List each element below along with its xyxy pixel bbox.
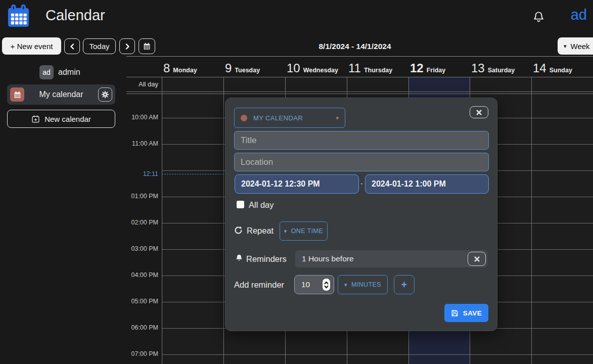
reminder-unit-select[interactable]: ▾ MINUTES	[338, 275, 388, 294]
close-icon	[474, 256, 480, 262]
reminder-item: 1 Hours before	[295, 250, 487, 267]
repeat-label: Repeat	[247, 226, 273, 236]
time-label: 07:00 PM	[126, 350, 158, 357]
app-logo-calendar-icon	[7, 4, 30, 29]
chevron-right-icon	[124, 43, 130, 50]
repeat-select-value: ONE TIME	[291, 228, 323, 235]
new-event-button[interactable]: + New event	[2, 37, 61, 55]
day-header-sunday: 14Sunday	[533, 60, 572, 77]
all-day-label: All day	[126, 80, 158, 88]
day-header-thursday: 11Thursday	[348, 60, 392, 77]
reminders-label: Reminders	[246, 254, 287, 264]
time-label: 03:00 PM	[126, 245, 158, 252]
user-name-label: admin	[58, 68, 80, 77]
chevron-left-icon	[69, 43, 75, 50]
repeat-icon	[234, 226, 243, 235]
column-line	[531, 77, 532, 364]
reminder-unit-value: MINUTES	[351, 281, 381, 288]
save-button-label: SAVE	[463, 309, 482, 317]
day-header-friday-today: 12Friday	[410, 60, 445, 77]
current-time-label: 12:11	[126, 170, 158, 177]
remove-reminder-button[interactable]	[468, 252, 486, 266]
new-calendar-button[interactable]: New calendar	[7, 110, 115, 128]
chevron-down-icon: ▾	[344, 282, 347, 288]
notifications-bell-icon[interactable]	[532, 11, 545, 24]
add-reminder-label: Add reminder	[234, 280, 284, 290]
modal-close-button[interactable]	[470, 106, 488, 118]
prev-week-button[interactable]	[64, 38, 80, 54]
user-menu[interactable]: ad	[571, 7, 587, 23]
sidebar-item-my-calendar[interactable]: My calendar	[7, 84, 115, 105]
end-datetime-field[interactable]: 2024-01-12 1:00 PM	[365, 174, 489, 194]
day-header-wednesday: 10Wednesday	[287, 60, 338, 77]
grid-line	[126, 56, 593, 57]
day-header-saturday: 13Saturday	[471, 60, 515, 77]
time-label: 01:00 PM	[126, 193, 158, 200]
grid-line	[126, 92, 593, 92]
calendar-color-dot	[241, 115, 247, 121]
grid-line	[126, 94, 593, 94]
next-week-button[interactable]	[119, 38, 135, 54]
calendar-select[interactable]: MY CALENDAR ▾	[234, 108, 345, 128]
date-range-label: 8/1/2024 - 14/1/2024	[318, 42, 391, 51]
view-select-week[interactable]: ▾ Week	[558, 37, 593, 55]
bell-icon	[235, 254, 243, 262]
reminder-amount-stepper[interactable]: 10	[294, 275, 334, 294]
hour-line	[162, 354, 593, 355]
stepper-arrows-icon[interactable]	[323, 279, 330, 291]
grid-line	[126, 77, 593, 77]
time-label: 04:00 PM	[126, 271, 158, 279]
sidebar-user: ad admin	[39, 65, 80, 79]
day-header-monday: 8Monday	[163, 60, 197, 77]
avatar: ad	[39, 65, 54, 79]
repeat-select[interactable]: ▾ ONE TIME	[280, 221, 328, 241]
event-title-input[interactable]	[234, 131, 489, 150]
time-label: 10:00 AM	[126, 114, 158, 121]
gear-icon	[101, 90, 109, 99]
save-floppy-icon	[451, 309, 459, 317]
datetime-separator: -	[360, 179, 363, 188]
calendar-icon	[13, 90, 22, 99]
calendar-select-value: MY CALENDAR	[253, 114, 330, 122]
calendar-plus-icon	[31, 115, 40, 123]
time-label: 11:00 AM	[126, 140, 158, 147]
all-day-checkbox[interactable]	[237, 201, 244, 208]
time-label: 06:00 PM	[126, 324, 158, 331]
start-datetime-field[interactable]: 2024-01-12 12:30 PM	[235, 174, 359, 194]
add-reminder-button[interactable]: +	[394, 275, 415, 294]
my-calendar-color-icon	[10, 87, 24, 102]
reminder-amount-value: 10	[301, 280, 323, 289]
day-header-tuesday: 9Tuesday	[225, 60, 260, 77]
all-day-checkbox-label: All day	[249, 200, 274, 210]
new-event-modal: MY CALENDAR ▾ 2024-01-12 12:30 PM - 2024…	[225, 98, 497, 331]
view-select-label: Week	[571, 42, 590, 51]
column-line	[162, 77, 162, 364]
reminder-item-label: 1 Hours before	[302, 254, 468, 263]
calendar-app: Calendar ad + New event Today 8/1/2024 -…	[0, 0, 593, 364]
column-line	[223, 77, 224, 364]
calendar-icon	[143, 42, 151, 51]
time-label: 05:00 PM	[126, 298, 158, 305]
close-icon	[476, 110, 482, 115]
page-title: Calendar	[45, 7, 105, 24]
chevron-down-icon: ▾	[564, 43, 567, 50]
calendar-settings-button[interactable]	[98, 87, 112, 102]
save-button[interactable]: SAVE	[444, 304, 488, 322]
chevron-down-icon: ▾	[336, 115, 339, 121]
event-location-input[interactable]	[234, 153, 489, 171]
my-calendar-label: My calendar	[24, 90, 98, 99]
date-picker-button[interactable]	[139, 38, 155, 54]
today-button[interactable]: Today	[83, 38, 116, 54]
new-calendar-label: New calendar	[44, 115, 91, 123]
chevron-down-icon: ▾	[284, 228, 287, 235]
time-label: 02:00 PM	[126, 219, 158, 226]
